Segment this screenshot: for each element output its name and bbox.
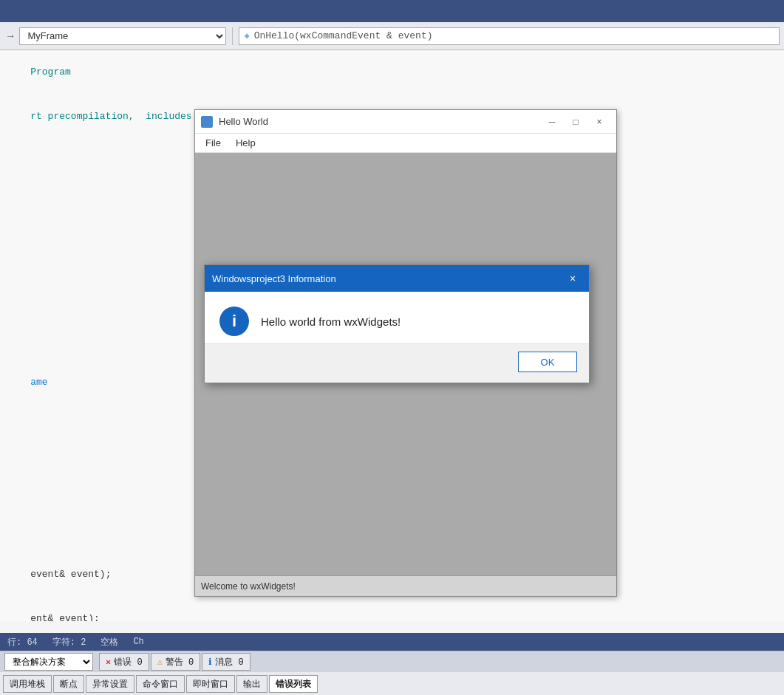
status-space: 空格: [100, 636, 118, 648]
info-icon: i: [219, 307, 249, 336]
error-count-btn[interactable]: ✕ 错误 0: [99, 653, 149, 671]
status-row: 行: 64: [7, 636, 38, 648]
warning-count-btn[interactable]: ⚠ 警告 0: [151, 653, 201, 671]
code-text: ent& event);: [30, 613, 100, 621]
code-text: event& event);: [30, 569, 111, 580]
wx-close-button[interactable]: ×: [588, 114, 610, 130]
nav-back-arrow[interactable]: →: [4, 29, 16, 44]
output-label: 输出: [243, 678, 261, 691]
function-text: OnHello(wxCommandEvent & event): [254, 30, 433, 41]
wx-menu-file[interactable]: File: [198, 136, 228, 150]
command-label: 命令窗口: [143, 678, 178, 691]
warning-icon: ⚠: [157, 657, 163, 668]
exception-btn[interactable]: 异常设置: [86, 675, 134, 693]
error-label: 错误 0: [114, 656, 142, 668]
message-label: 消息 0: [215, 656, 243, 668]
bottom-buttons-row: 调用堆栈 断点 异常设置 命令窗口 即时窗口 输出 错误列表: [0, 672, 784, 695]
ide-bottom-toolbar: 整合解决方案 ✕ 错误 0 ⚠ 警告 0 ℹ 消息 0 调用堆栈 断点 异常设置: [0, 651, 784, 695]
breakpoint-label: 断点: [60, 678, 78, 691]
breakpoint-btn[interactable]: 断点: [53, 675, 84, 693]
ok-button[interactable]: OK: [518, 352, 577, 372]
wx-window-buttons: ─ □ ×: [541, 114, 610, 130]
status-ch: Ch: [133, 637, 143, 647]
code-text: ame: [30, 377, 47, 388]
message-count-btn[interactable]: ℹ 消息 0: [202, 653, 250, 671]
wx-menu-help[interactable]: Help: [228, 136, 263, 150]
solution-dropdown[interactable]: 整合解决方案: [4, 653, 93, 671]
exception-label: 异常设置: [92, 678, 128, 691]
nav-class-dropdown[interactable]: MyFrame: [19, 27, 226, 45]
wx-maximize-button[interactable]: □: [565, 114, 587, 130]
errorlist-label: 错误列表: [276, 678, 311, 691]
wx-statusbar: Welcome to wxWidgets!: [195, 575, 616, 596]
wx-title-text: Hello World: [219, 116, 541, 127]
bottom-tabs-row: 整合解决方案 ✕ 错误 0 ⚠ 警告 0 ℹ 消息 0: [0, 651, 784, 672]
wx-app-icon: [201, 116, 213, 128]
output-btn[interactable]: 输出: [236, 675, 267, 693]
message-icon: ℹ: [208, 657, 212, 668]
immediate-label: 即时窗口: [193, 678, 228, 691]
code-line: Program: [0, 50, 784, 95]
info-dialog-close-button[interactable]: ×: [564, 270, 582, 287]
info-dialog: Windowsproject3 Information × i Hello wo…: [204, 264, 590, 383]
info-dialog-body: i Hello world from wxWidgets!: [205, 292, 589, 343]
info-dialog-footer: OK: [205, 343, 589, 383]
error-icon: ✕: [106, 657, 111, 668]
nav-separator: [232, 27, 233, 45]
info-dialog-title: Windowsproject3 Information: [212, 273, 564, 284]
ide-navbar: → MyFrame ◈ OnHello(wxCommandEvent & eve…: [0, 22, 784, 50]
wx-status-text: Welcome to wxWidgets!: [201, 581, 296, 592]
info-dialog-titlebar: Windowsproject3 Information ×: [205, 265, 589, 292]
wx-titlebar: Hello World ─ □ ×: [195, 110, 616, 134]
code-line: ent& event);: [0, 597, 784, 621]
function-icon: ◈: [244, 30, 249, 41]
errorlist-btn[interactable]: 错误列表: [269, 675, 318, 693]
callstack-label: 调用堆栈: [10, 678, 45, 691]
ide-toolbar: [0, 0, 784, 22]
wx-minimize-button[interactable]: ─: [541, 114, 563, 130]
immediate-btn[interactable]: 即时窗口: [186, 675, 235, 693]
ide-statusbar: 行: 64 字符: 2 空格 Ch: [0, 633, 784, 651]
code-text: Program: [30, 66, 71, 78]
nav-function-display: ◈ OnHello(wxCommandEvent & event): [239, 27, 780, 45]
wx-menubar: File Help: [195, 134, 616, 153]
command-btn[interactable]: 命令窗口: [136, 675, 185, 693]
info-message: Hello world from wxWidgets!: [261, 315, 400, 328]
callstack-btn[interactable]: 调用堆栈: [3, 675, 52, 693]
status-char: 字符: 2: [52, 636, 86, 648]
warning-label: 警告 0: [166, 656, 194, 668]
